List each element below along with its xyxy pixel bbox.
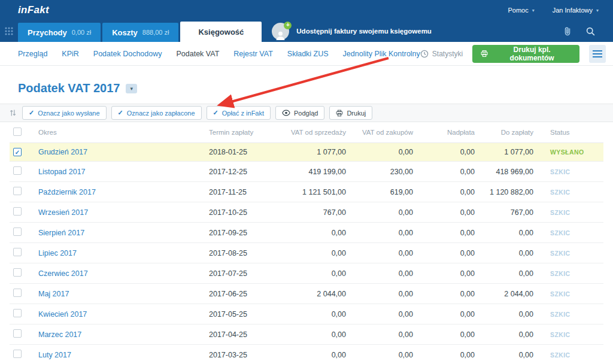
subnav-item-podatek-vat[interactable]: Podatek VAT — [176, 50, 219, 58]
vat-sales: 1 121 501,00 — [276, 182, 351, 202]
button-label: Drukuj — [347, 110, 366, 117]
to-pay: 0,00 — [480, 263, 538, 284]
row-checkbox[interactable]: ✓ — [13, 148, 22, 156]
vat-purchases: 0,00 — [351, 304, 418, 324]
search-icon[interactable] — [586, 27, 595, 36]
vat-sales: 1 077,00 — [276, 143, 351, 162]
subnav-item-podatek-dochodowy[interactable]: Podatek Dochodowy — [93, 50, 162, 58]
period-link[interactable]: Marzec 2017 — [38, 330, 81, 339]
period-link[interactable]: Lipiec 2017 — [38, 249, 77, 257]
help-menu[interactable]: Pomoc ▾ — [508, 7, 534, 14]
period-link[interactable]: Wrzesień 2017 — [38, 208, 88, 217]
row-checkbox[interactable] — [13, 166, 22, 175]
table-row: Czerwiec 20172017-07-250,000,000,000,00S… — [10, 263, 603, 284]
mark-paid-button[interactable]: ✓Oznacz jako zapłacone — [111, 106, 202, 120]
overpayment: 0,00 — [418, 182, 480, 202]
tab-ksiegowosc[interactable]: Księgowość — [180, 22, 262, 42]
share-banner[interactable]: + Udostępnij faktury swojemu księgowemu — [272, 23, 432, 40]
title-dropdown[interactable]: ▾ — [126, 84, 137, 93]
status-badge: SZKIC — [550, 250, 570, 257]
to-pay: 1 077,00 — [480, 143, 538, 162]
button-label: Opłać z inFakt — [222, 110, 264, 117]
period-link[interactable]: Grudzień 2017 — [38, 148, 87, 156]
toolbar: ✓Oznacz jako wysłane✓Oznacz jako zapłaco… — [0, 104, 613, 122]
vat-purchases: 0,00 — [351, 263, 418, 284]
tab-przychody-value: 0,00 zł — [72, 29, 91, 36]
subnav-item-jednolity-plik-kontrolny[interactable]: Jednolity Plik Kontrolny — [343, 50, 420, 58]
statystyki-link[interactable]: Statystyki — [420, 50, 463, 58]
status-badge: WYSŁANO — [550, 148, 584, 156]
due-date: 2017-05-25 — [204, 304, 276, 324]
vat-purchases: 0,00 — [351, 223, 418, 243]
vat-sales: 0,00 — [276, 345, 351, 364]
column-header: VAT od sprzedaży — [276, 122, 351, 143]
row-checkbox[interactable] — [13, 309, 22, 317]
to-pay: 0,00 — [480, 324, 538, 345]
user-menu-label: Jan Infaktowy — [553, 7, 593, 14]
tab-koszty[interactable]: Koszty 888,00 zł — [102, 23, 178, 42]
period-link[interactable]: Kwiecień 2017 — [38, 310, 87, 318]
period-link[interactable]: Listopad 2017 — [38, 168, 86, 176]
row-checkbox[interactable] — [13, 228, 22, 236]
preview-button[interactable]: Podgląd — [275, 106, 324, 120]
check-icon: ✓ — [213, 109, 219, 117]
row-checkbox[interactable] — [13, 289, 22, 297]
overpayment: 0,00 — [418, 143, 480, 162]
due-date: 2017-08-25 — [204, 243, 276, 263]
subnav-item-przeglad[interactable]: Przegląd — [18, 50, 47, 58]
user-menu[interactable]: Jan Infaktowy ▾ — [553, 7, 599, 14]
due-date: 2017-06-25 — [204, 284, 276, 304]
printer-icon — [481, 50, 488, 57]
overpayment: 0,00 — [418, 304, 480, 324]
period-link[interactable]: Luty 2017 — [38, 351, 71, 359]
pay-with-infakt-button[interactable]: ✓Opłać z inFakt — [207, 106, 271, 120]
to-pay: 767,00 — [480, 202, 538, 223]
table-row: Sierpień 20172017-09-250,000,000,000,00S… — [10, 223, 603, 243]
printer-icon — [336, 110, 343, 117]
overpayment: 0,00 — [418, 284, 480, 304]
print-button[interactable]: Drukuj — [329, 106, 372, 120]
subnav-item-kpir[interactable]: KPiR — [62, 50, 78, 58]
column-header: Do zapłaty — [480, 122, 538, 143]
sort-icon[interactable] — [10, 109, 16, 117]
subnav-item-skladki-zus[interactable]: Składki ZUS — [287, 50, 329, 58]
row-checkbox[interactable] — [13, 329, 22, 338]
due-date: 2017-12-25 — [204, 162, 276, 182]
row-checkbox[interactable] — [13, 207, 22, 216]
vat-purchases: 0,00 — [351, 202, 418, 223]
tab-przychody-label: Przychody — [28, 28, 67, 37]
row-checkbox[interactable] — [13, 187, 22, 195]
top-header: inFakt Pomoc ▾ Jan Infaktowy ▾ — [0, 0, 613, 20]
mark-sent-button[interactable]: ✓Oznacz jako wysłane — [22, 106, 107, 120]
check-icon: ✓ — [29, 109, 34, 117]
paperclip-icon[interactable] — [563, 26, 572, 36]
column-header: Status — [538, 122, 603, 143]
period-link[interactable]: Sierpień 2017 — [38, 229, 84, 237]
subnav: PrzeglądKPiRPodatek DochodowyPodatek VAT… — [0, 42, 613, 66]
table-row: Marzec 20172017-04-250,000,000,000,00SZK… — [10, 324, 603, 345]
overpayment: 0,00 — [418, 324, 480, 345]
to-pay: 0,00 — [480, 345, 538, 364]
tab-row: Przychody 0,00 zł Koszty 888,00 zł Księg… — [0, 20, 613, 42]
print-documents-button[interactable]: Drukuj kpl. dokumentów — [472, 45, 579, 63]
menu-icon[interactable] — [589, 45, 606, 63]
row-checkbox[interactable] — [13, 268, 22, 277]
apps-grid-icon[interactable] — [0, 26, 18, 36]
share-banner-text: Udostępnij faktury swojemu księgowemu — [296, 28, 432, 35]
subnav-item-rejestr-vat[interactable]: Rejestr VAT — [233, 50, 273, 58]
due-date: 2017-11-25 — [204, 182, 276, 202]
select-all-checkbox[interactable] — [13, 128, 22, 136]
row-checkbox[interactable] — [13, 248, 22, 256]
table-row: Maj 20172017-06-252 044,000,000,002 044,… — [10, 284, 603, 304]
vat-sales: 419 199,00 — [276, 162, 351, 182]
period-link[interactable]: Czerwiec 2017 — [38, 269, 88, 278]
button-label: Podgląd — [294, 110, 318, 117]
period-link[interactable]: Październik 2017 — [38, 188, 96, 196]
column-header: VAT od zakupów — [351, 122, 418, 143]
overpayment: 0,00 — [418, 263, 480, 284]
row-checkbox[interactable] — [13, 350, 22, 358]
vat-sales: 767,00 — [276, 202, 351, 223]
period-link[interactable]: Maj 2017 — [38, 290, 69, 298]
tab-przychody[interactable]: Przychody 0,00 zł — [18, 23, 101, 42]
to-pay: 418 969,00 — [480, 162, 538, 182]
